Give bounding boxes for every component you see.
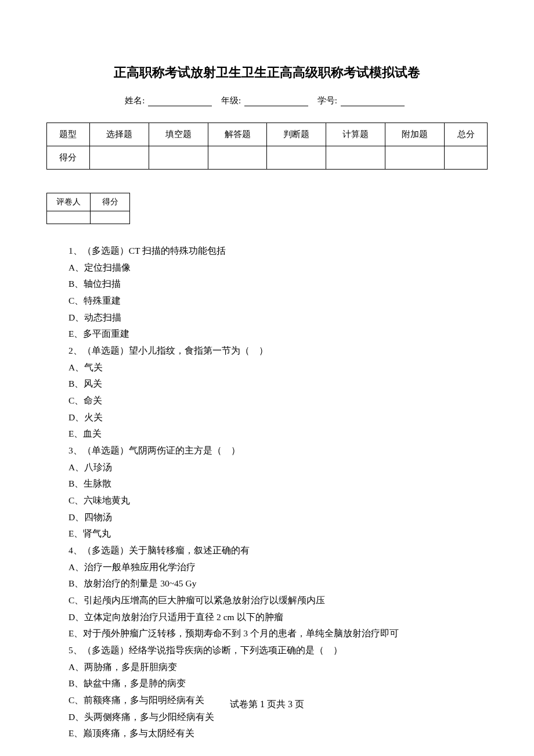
- grade-blank[interactable]: [244, 97, 308, 106]
- score-header: 判断题: [267, 123, 326, 146]
- grader-score-cell[interactable]: [91, 211, 130, 224]
- grader-table: 评卷人 得分: [46, 193, 130, 224]
- question-line: B、缺盆中痛，多是肺的病变: [68, 675, 488, 692]
- score-cell[interactable]: [208, 146, 267, 170]
- score-cell[interactable]: [445, 146, 488, 170]
- question-line: 2、（单选题）望小儿指纹，食指第一节为（ ）: [68, 343, 488, 359]
- question-line: B、生脉散: [68, 476, 488, 492]
- question-line: E、多平面重建: [68, 326, 488, 343]
- question-line: B、风关: [68, 376, 488, 393]
- question-line: A、两胁痛，多是肝胆病变: [68, 659, 488, 676]
- score-header: 解答题: [208, 123, 267, 146]
- question-line: 3、（单选题）气阴两伤证的主方是（ ）: [68, 442, 488, 459]
- score-header: 总分: [445, 123, 488, 146]
- question-line: A、定位扫描像: [68, 260, 488, 276]
- score-row-label: 得分: [47, 146, 90, 170]
- question-line: E、血关: [68, 426, 488, 442]
- question-line: B、放射治疗的剂量是 30~45 Gy: [68, 575, 488, 592]
- question-line: A、气关: [68, 359, 488, 376]
- question-line: D、火关: [68, 409, 488, 426]
- table-row: 得分: [47, 146, 488, 170]
- name-label: 姓名:: [125, 96, 145, 105]
- question-line: E、对于颅外肿瘤广泛转移，预期寿命不到 3 个月的患者，单纯全脑放射治疗即可: [68, 625, 488, 642]
- reviewer-cell[interactable]: [47, 211, 91, 224]
- question-line: 5、（多选题）经络学说指导疾病的诊断，下列选项正确的是（ ）: [68, 642, 488, 659]
- questions-block: 1、（多选题）CT 扫描的特殊功能包括 A、定位扫描像 B、轴位扫描 C、特殊重…: [46, 243, 488, 742]
- question-line: D、头两侧疼痛，多与少阳经病有关: [68, 709, 488, 726]
- question-line: D、立体定向放射治疗只适用于直径 2 cm 以下的肿瘤: [68, 609, 488, 626]
- grader-score-label: 得分: [91, 193, 130, 211]
- score-header: 附加题: [385, 123, 445, 146]
- question-line: B、轴位扫描: [68, 276, 488, 293]
- question-line: D、动态扫描: [68, 309, 488, 326]
- score-header: 题型: [47, 123, 90, 146]
- table-row: 评卷人 得分: [47, 193, 130, 211]
- page-footer: 试卷第 1 页共 3 页: [0, 699, 534, 711]
- question-line: C、引起颅内压增高的巨大肿瘤可以紧急放射治疗以缓解颅内压: [68, 592, 488, 609]
- question-line: E、巅顶疼痛，多与太阴经有关: [68, 725, 488, 742]
- question-line: 4、（多选题）关于脑转移瘤，叙述正确的有: [68, 542, 488, 559]
- score-header: 选择题: [89, 123, 149, 146]
- question-line: 1、（多选题）CT 扫描的特殊功能包括: [68, 243, 488, 260]
- question-line: C、命关: [68, 393, 488, 409]
- score-cell[interactable]: [89, 146, 149, 170]
- reviewer-label: 评卷人: [47, 193, 91, 211]
- student-info-line: 姓名: 年级: 学号:: [46, 95, 488, 106]
- question-line: C、六味地黄丸: [68, 492, 488, 509]
- question-line: D、四物汤: [68, 509, 488, 526]
- grade-label: 年级:: [221, 96, 241, 105]
- score-header: 计算题: [326, 123, 385, 146]
- id-label: 学号:: [317, 96, 337, 105]
- table-row: [47, 211, 130, 224]
- score-cell[interactable]: [149, 146, 208, 170]
- score-cell[interactable]: [385, 146, 445, 170]
- question-line: E、肾气丸: [68, 525, 488, 542]
- score-cell[interactable]: [326, 146, 385, 170]
- exam-title: 正高职称考试放射卫生卫生正高高级职称考试模拟试卷: [46, 64, 488, 81]
- score-table: 题型 选择题 填空题 解答题 判断题 计算题 附加题 总分 得分: [46, 123, 488, 170]
- id-blank[interactable]: [341, 97, 405, 106]
- table-row: 题型 选择题 填空题 解答题 判断题 计算题 附加题 总分: [47, 123, 488, 146]
- question-line: C、特殊重建: [68, 293, 488, 309]
- score-header: 填空题: [149, 123, 208, 146]
- question-line: A、八珍汤: [68, 459, 488, 476]
- score-cell[interactable]: [267, 146, 326, 170]
- name-blank[interactable]: [148, 97, 212, 106]
- question-line: A、治疗一般单独应用化学治疗: [68, 559, 488, 576]
